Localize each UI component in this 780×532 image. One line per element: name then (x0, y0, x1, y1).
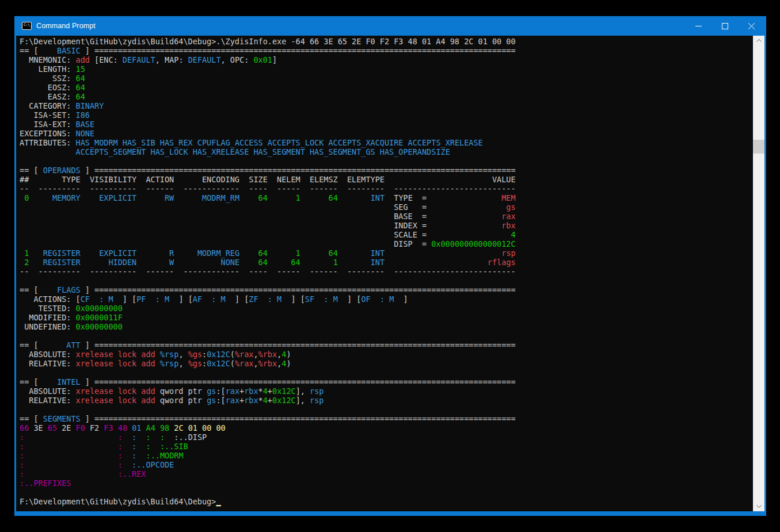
text-segment: rsp (310, 396, 324, 405)
text-segment (123, 451, 132, 460)
text-segment: ] ======================================… (81, 340, 516, 350)
text-segment: rbx (244, 386, 258, 396)
text-segment: : (118, 451, 123, 460)
text-segment: :..PREFIXES (20, 479, 71, 488)
terminal-line: TESTED: 0x00000000 (20, 304, 753, 313)
text-segment: ( (230, 350, 235, 359)
text-segment: gs (207, 386, 216, 396)
terminal-line: DISP = 0x000000000000012C (20, 239, 753, 248)
text-segment: 1 (268, 248, 300, 258)
text-segment: rax (226, 386, 239, 396)
text-segment: :..MODRM (146, 451, 184, 460)
vertical-scrollbar[interactable] (753, 36, 764, 511)
text-segment (20, 147, 76, 156)
text-segment: SEG = (20, 202, 427, 212)
text-segment: : (20, 433, 24, 442)
text-segment (136, 451, 146, 460)
maximize-icon (722, 23, 728, 29)
terminal-line: ABSOLUTE: xrelease lock add qword ptr gs… (20, 386, 753, 396)
text-segment: %gs (188, 350, 202, 359)
scrollbar-thumb[interactable] (753, 140, 764, 154)
text-segment: 0 (20, 193, 29, 202)
text-segment: ] [ (178, 294, 192, 304)
text-segment: 0x01 (253, 55, 272, 64)
text-segment: A4 98 (146, 423, 170, 433)
text-segment: ], (296, 386, 310, 396)
text-segment: MNEMONIC: (20, 55, 76, 64)
minimize-button[interactable] (685, 16, 711, 36)
terminal-line: CATEGORY: BINARY (20, 101, 753, 110)
terminal-line (20, 331, 753, 340)
text-segment (155, 350, 160, 359)
text-segment: 0x12C (272, 396, 296, 405)
maximize-button[interactable] (711, 16, 738, 36)
text-segment: , OPC: (221, 55, 254, 64)
text-segment: ZF : M (249, 294, 291, 304)
text-segment: %rsp (160, 359, 179, 368)
text-segment: * (258, 386, 263, 396)
terminal-line: == [ FLAGS ] ===========================… (20, 285, 753, 294)
terminal-line (20, 156, 753, 166)
text-segment (127, 423, 132, 433)
text-segment: MEM (427, 193, 515, 202)
scroll-down-button[interactable] (753, 502, 764, 511)
text-segment: xrelease lock add (76, 350, 155, 359)
text-segment: == [ (20, 414, 43, 423)
text-segment: ] ======================================… (81, 414, 516, 423)
terminal-line: F:\Development\GitHub\zydis\Build64\Debu… (20, 37, 753, 46)
text-segment: OPERANDS (43, 166, 81, 175)
terminal-line: UNDEFINED: 0x00000000 (20, 322, 753, 331)
terminal-line: SCALE = 4 (20, 230, 753, 239)
cmd-icon: C:\_ (22, 22, 32, 30)
text-segment: [ENC: (90, 55, 123, 64)
text-segment (141, 423, 146, 433)
text-segment: : (118, 433, 123, 442)
text-segment: UNDEFINED: (20, 322, 76, 331)
terminal-line (20, 368, 753, 377)
text-segment: ) (286, 350, 291, 359)
text-segment: gs (427, 202, 515, 212)
text-segment: 4 (263, 396, 268, 405)
text-segment: F:\Development\GitHub\zydis\Build64\Debu… (20, 497, 216, 506)
text-segment: 64 (76, 83, 85, 92)
text-segment: MODIFIED: (20, 313, 76, 322)
terminal-line: F:\Development\GitHub\zydis\Build64\Debu… (20, 497, 753, 506)
terminal-line: == [ INTEL ] ===========================… (20, 377, 753, 386)
text-segment: : (146, 442, 151, 451)
text-segment (24, 460, 118, 469)
terminal-output[interactable]: F:\Development\GitHub\zydis\Build64\Debu… (16, 36, 753, 511)
text-segment: : (202, 359, 207, 368)
terminal-line: 1 REGISTER EXPLICIT R MODRM_REG 64 1 64 … (20, 248, 753, 258)
text-segment: :..REX (118, 469, 146, 479)
text-segment: HIDDEN (81, 258, 137, 267)
text-segment: CATEGORY: (20, 101, 76, 110)
text-segment: SEGMENTS (43, 414, 81, 423)
text-segment (385, 258, 394, 267)
text-segment: == [ (20, 377, 43, 386)
text-segment: RELATIVE: (20, 359, 76, 368)
terminal-line: RELATIVE: xrelease lock add %rsp, %gs:0x… (20, 359, 753, 368)
scroll-up-button[interactable] (753, 36, 764, 45)
terminal-line: ABSOLUTE: xrelease lock add %rsp, %gs:0x… (20, 350, 753, 359)
terminal-line: ISA-EXT: BASE (20, 120, 753, 129)
titlebar[interactable]: C:\_ Command Prompt (16, 16, 764, 36)
text-segment: %rax (235, 359, 254, 368)
text-segment: rflags (394, 258, 515, 267)
text-segment: ] [ (123, 294, 136, 304)
close-button[interactable] (738, 16, 764, 36)
console-area: F:\Development\GitHub\zydis\Build64\Debu… (16, 36, 764, 511)
text-cursor: ▁ (216, 497, 220, 506)
desktop: { "window": { "title": "Command Prompt",… (0, 0, 780, 532)
terminal-line: == [ BASIC ] ===========================… (20, 46, 753, 55)
text-segment: ATT (43, 340, 81, 350)
text-segment: INTEL (43, 377, 81, 386)
text-segment: ] ======================================… (81, 46, 516, 55)
text-segment: INDEX = (20, 221, 427, 230)
text-segment: ] ======================================… (81, 377, 516, 386)
text-segment: LENGTH: (20, 64, 76, 74)
text-segment: + (268, 396, 272, 405)
text-segment: :[ (216, 396, 225, 405)
text-segment: :..OPCODE (132, 460, 174, 469)
text-segment: : (160, 433, 165, 442)
text-segment: ACTIONS: [ (20, 294, 81, 304)
